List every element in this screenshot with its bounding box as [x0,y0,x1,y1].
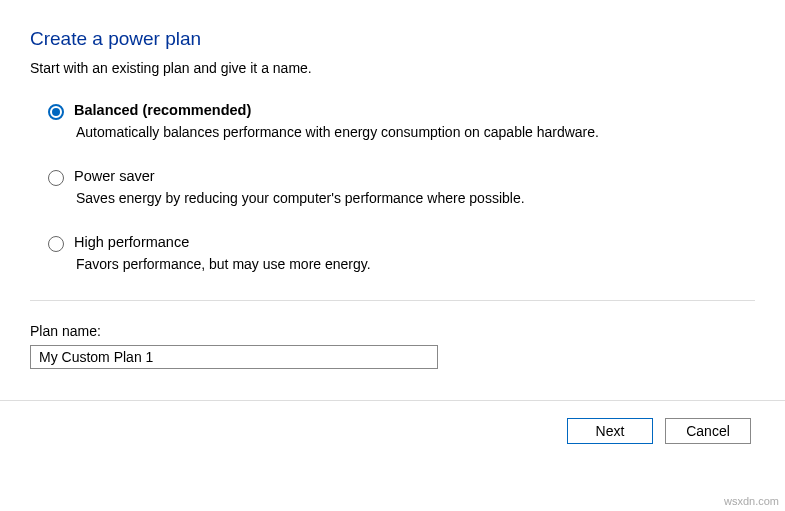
option-balanced-label[interactable]: Balanced (recommended) [74,102,251,118]
radio-power-saver[interactable] [48,170,64,186]
option-balanced[interactable]: Balanced (recommended) Automatically bal… [48,102,755,140]
plan-name-label: Plan name: [30,323,755,339]
next-button[interactable]: Next [567,418,653,444]
radio-high-performance[interactable] [48,236,64,252]
option-high-performance-label[interactable]: High performance [74,234,189,250]
watermark: wsxdn.com [724,495,779,507]
option-power-saver-label[interactable]: Power saver [74,168,155,184]
page-subtitle: Start with an existing plan and give it … [30,60,755,76]
footer-divider [0,400,785,401]
divider [30,300,755,301]
page-title: Create a power plan [30,28,755,50]
plan-name-input[interactable] [30,345,438,369]
radio-balanced[interactable] [48,104,64,120]
cancel-button[interactable]: Cancel [665,418,751,444]
option-power-saver[interactable]: Power saver Saves energy by reducing you… [48,168,755,206]
option-high-performance-desc: Favors performance, but may use more ene… [76,256,755,272]
option-balanced-desc: Automatically balances performance with … [76,124,755,140]
option-power-saver-desc: Saves energy by reducing your computer's… [76,190,755,206]
option-high-performance[interactable]: High performance Favors performance, but… [48,234,755,272]
